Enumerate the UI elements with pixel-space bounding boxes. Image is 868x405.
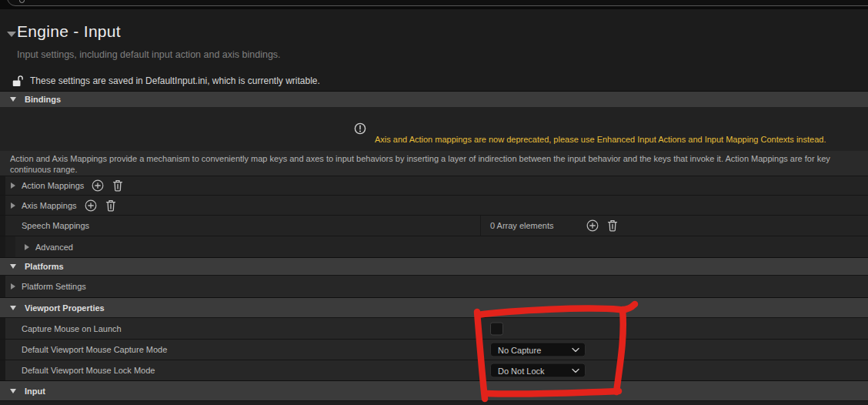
array-elements-count: 0 Array elements: [490, 221, 554, 230]
indent-strip: [5, 236, 15, 257]
row-edge: [0, 196, 5, 215]
chevron-down-icon: [10, 97, 16, 102]
save-notice-text: These settings are saved in DefaultInput…: [30, 75, 320, 86]
row-default-viewport-mouse-lock-mode[interactable]: Default Viewport Mouse Lock Mode Do Not …: [0, 360, 868, 380]
mouse-capture-mode-dropdown[interactable]: No Capture: [490, 343, 586, 357]
row-edge: [0, 318, 5, 339]
row-capture-mouse-on-launch[interactable]: Capture Mouse on Launch: [0, 317, 868, 339]
chevron-right-icon: [11, 283, 15, 290]
top-strip: [0, 0, 868, 9]
project-settings-panel: Engine - Input Input settings, including…: [0, 0, 868, 405]
row-label: Axis Mappings: [22, 201, 77, 210]
row-advanced[interactable]: Advanced: [0, 236, 868, 257]
column-divider: [480, 340, 481, 360]
row-edge: [0, 236, 5, 257]
section-label: Input: [25, 387, 45, 396]
section-label: Viewport Properties: [25, 303, 105, 313]
chevron-down-icon: [10, 389, 16, 393]
chevron-right-icon: [11, 202, 15, 209]
section-label: Platforms: [25, 262, 64, 271]
chevron-right-icon: [25, 244, 29, 250]
row-label: Default Viewport Mouse Lock Mode: [22, 366, 155, 375]
section-header-input[interactable]: Input: [0, 380, 868, 400]
row-axis-mappings[interactable]: Axis Mappings: [0, 195, 868, 215]
chevron-down-icon: [10, 264, 16, 269]
page-title: Engine - Input: [17, 22, 121, 41]
deprecation-warning-text: Axis and Action mappings are now depreca…: [375, 135, 826, 144]
section-header-platforms[interactable]: Platforms: [0, 257, 868, 275]
delete-speech-mappings-button[interactable]: [607, 219, 618, 232]
row-edge: [0, 216, 5, 236]
row-default-viewport-mouse-capture-mode[interactable]: Default Viewport Mouse Capture Mode No C…: [0, 339, 868, 360]
row-edge: [0, 176, 5, 195]
delete-action-mappings-button[interactable]: [112, 179, 123, 192]
mouse-lock-mode-dropdown[interactable]: Do Not Lock: [490, 363, 586, 378]
section-header-viewport-properties[interactable]: Viewport Properties: [0, 297, 868, 317]
add-speech-mapping-button[interactable]: [586, 219, 599, 232]
bindings-description-line1: Action and Axis Mappings provide a mecha…: [10, 153, 868, 164]
column-divider: [480, 318, 481, 339]
bindings-description-line2: continuous range.: [10, 164, 868, 175]
row-edge: [0, 276, 5, 297]
dropdown-selected-value: Do Not Lock: [498, 366, 572, 375]
row-label: Platform Settings: [22, 282, 86, 291]
add-action-mapping-button[interactable]: [92, 179, 104, 192]
chevron-down-icon: [572, 347, 579, 352]
row-edge: [0, 360, 5, 380]
deprecation-warning-block: Axis and Action mappings are now depreca…: [0, 107, 868, 151]
column-divider: [480, 216, 481, 236]
delete-axis-mappings-button[interactable]: [105, 199, 116, 212]
row-speech-mappings[interactable]: Speech Mappings 0 Array elements: [0, 215, 868, 236]
section-header-bindings[interactable]: Bindings: [0, 91, 868, 107]
column-divider: [480, 360, 481, 380]
bindings-description: Action and Axis Mappings provide a mecha…: [0, 151, 868, 176]
row-action-mappings[interactable]: Action Mappings: [0, 176, 868, 195]
row-label: Advanced: [35, 243, 73, 252]
chevron-down-icon: [572, 368, 579, 373]
collapse-caret-icon[interactable]: [7, 32, 16, 37]
chevron-right-icon: [11, 182, 15, 189]
row-label: Action Mappings: [22, 181, 84, 190]
warning-icon: [354, 122, 366, 138]
add-axis-mapping-button[interactable]: [85, 199, 97, 212]
section-label: Bindings: [25, 95, 61, 104]
page-subtitle: Input settings, including default input …: [17, 49, 281, 60]
capture-mouse-on-launch-checkbox[interactable]: [490, 322, 503, 335]
save-notice: These settings are saved in DefaultInput…: [12, 75, 320, 87]
bottom-fill: [0, 400, 868, 405]
title-block: Engine - Input Input settings, including…: [0, 9, 868, 91]
row-label: Capture Mouse on Launch: [22, 324, 122, 333]
row-edge: [0, 340, 5, 360]
settings-search-input[interactable]: [7, 0, 868, 6]
unlock-icon: [12, 75, 23, 87]
dropdown-selected-value: No Capture: [498, 345, 572, 354]
chevron-down-icon: [10, 306, 16, 310]
row-platform-settings[interactable]: Platform Settings: [0, 275, 868, 297]
row-label: Default Viewport Mouse Capture Mode: [22, 345, 167, 354]
row-label: Speech Mappings: [22, 221, 89, 230]
